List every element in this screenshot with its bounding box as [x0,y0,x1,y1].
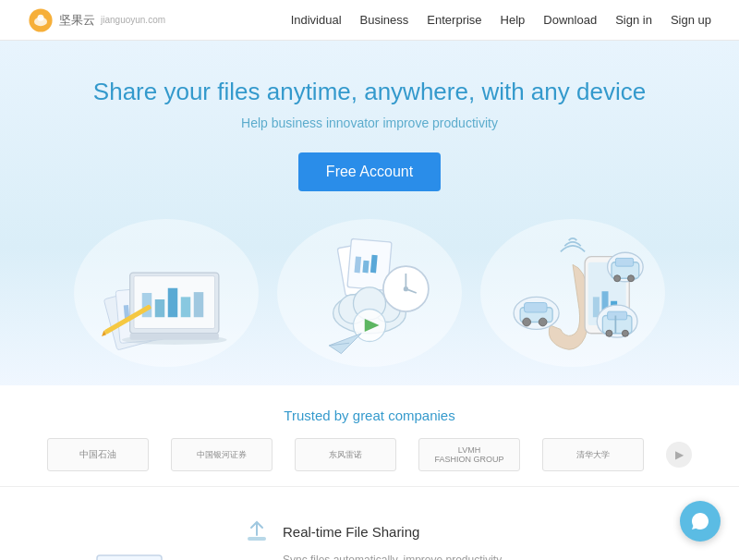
company-logo-galaxy: 中国银河证券 [171,438,273,471]
svg-rect-49 [608,311,627,320]
nav-links: Individual Business Enterprise Help Down… [291,13,711,27]
svg-rect-16 [130,334,219,340]
trusted-title: Trusted by great companies [18,408,721,423]
svg-rect-13 [181,297,191,317]
free-account-button[interactable]: Free Account [298,152,441,191]
nav-download[interactable]: Download [543,13,597,27]
logo[interactable]: 坚果云 jianguoyun.com [28,7,165,33]
svg-point-83 [699,520,701,522]
hero-illustrations [18,219,721,367]
nav-individual[interactable]: Individual [291,13,342,27]
svg-rect-12 [168,288,178,318]
feature-item-1: Real-time File Sharing Sync files automa… [240,515,665,560]
feature-1-desc: Sync files automatically, improve produc… [283,552,665,560]
hero-subtitle: Help business innovator improve producti… [18,116,721,130]
svg-point-51 [622,330,628,336]
svg-point-57 [628,275,635,282]
svg-point-82 [697,520,698,522]
company-logo-lvmh: LVMHFASHION GROUP [418,438,520,471]
phone-svg [490,228,656,358]
nav-enterprise[interactable]: Enterprise [427,13,481,27]
upload-icon [240,515,273,548]
svg-rect-74 [248,537,266,541]
nav-signup[interactable]: Sign up [671,13,711,27]
trusted-next-button[interactable]: ▶ [666,442,692,468]
svg-rect-44 [525,303,548,313]
laptop-illustration [74,219,259,367]
svg-point-45 [523,318,531,326]
svg-rect-62 [97,555,162,560]
svg-point-46 [539,318,547,326]
svg-rect-55 [615,258,633,266]
navbar: 坚果云 jianguoyun.com Individual Business E… [0,0,739,41]
chat-button[interactable] [680,501,721,542]
svg-point-84 [702,520,704,522]
trusted-logos: 中国石油 中国银河证券 东风雷诺 LVMHFASHION GROUP 清华大学 … [18,438,721,471]
features-section: Real-time File Sharing Sync files automa… [0,487,739,560]
cloud-illustration [277,219,462,367]
phone-illustration [480,219,665,367]
hero-title: Share your files anytime, anywhere, with… [18,78,721,106]
svg-rect-10 [142,293,152,317]
svg-rect-22 [362,261,369,274]
company-logo-renault: 东风雷诺 [295,438,396,471]
features-svg [42,544,217,560]
svg-rect-52 [615,316,617,334]
nav-business[interactable]: Business [360,13,409,27]
brand-url: jianguoyun.com [101,15,165,25]
laptop-svg [83,228,249,358]
feature-1-title: Real-time File Sharing [283,524,419,540]
features-list: Real-time File Sharing Sync files automa… [240,515,665,560]
features-illustration [37,515,222,560]
company-logo-tsinghua: 清华大学 [542,438,644,471]
svg-point-56 [614,275,621,282]
svg-rect-11 [155,299,165,317]
cloud-svg [296,228,443,358]
hero-section: Share your files anytime, anywhere, with… [0,41,739,385]
company-logo-cnpc: 中国石油 [47,438,149,471]
trusted-section: Trusted by great companies 中国石油 中国银河证券 东… [0,385,739,487]
svg-point-2 [38,14,44,20]
brand-name: 坚果云 [59,12,95,29]
nav-help[interactable]: Help [501,13,526,27]
nav-signin[interactable]: Sign in [615,13,652,27]
logo-icon [28,7,54,33]
svg-rect-14 [194,292,204,317]
svg-point-50 [606,330,612,336]
